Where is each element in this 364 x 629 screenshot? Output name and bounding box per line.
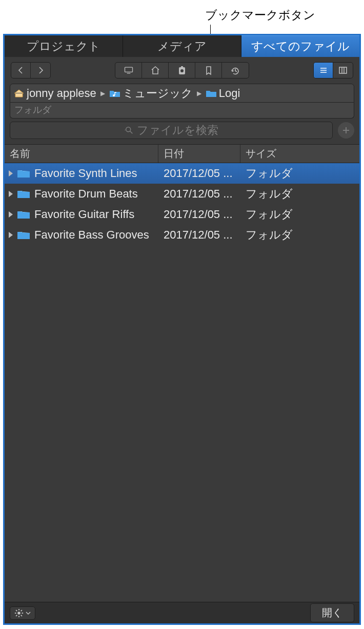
toolbar xyxy=(5,57,359,83)
table-header: 名前 日付 サイズ xyxy=(5,144,359,163)
row-name: Favorite Bass Grooves xyxy=(34,228,149,242)
callout-label: ブックマークボタン xyxy=(205,7,315,23)
table-body: Favorite Synth Lines2017/12/05 ...フォルダFa… xyxy=(5,163,359,602)
plus-icon xyxy=(341,125,351,135)
list-view-button[interactable] xyxy=(314,63,333,78)
folder-icon xyxy=(17,209,30,220)
svg-line-19 xyxy=(16,610,17,611)
file-browser-window: プロジェクトメディアすべてのファイル xyxy=(3,34,361,625)
disclosure-triangle-icon[interactable] xyxy=(9,211,13,218)
view-segment xyxy=(313,62,353,78)
svg-point-14 xyxy=(17,612,20,614)
row-size: フォルダ xyxy=(240,207,359,222)
column-view-button[interactable] xyxy=(333,63,353,78)
search-icon xyxy=(125,126,134,135)
add-button[interactable] xyxy=(338,122,354,139)
row-size: フォルダ xyxy=(240,166,359,181)
disclosure-triangle-icon[interactable] xyxy=(9,170,13,176)
breadcrumb-item-1[interactable]: ミュージック xyxy=(109,86,193,101)
svg-point-2 xyxy=(180,69,184,72)
bookmark-button[interactable] xyxy=(195,63,222,78)
breadcrumb-item-0[interactable]: jonny applese xyxy=(13,87,96,100)
column-date[interactable]: 日付 xyxy=(158,145,240,163)
project-button[interactable] xyxy=(169,63,195,78)
computer-button[interactable] xyxy=(115,63,142,78)
tab-1[interactable]: メディア xyxy=(123,35,241,57)
table-row[interactable]: Favorite Synth Lines2017/12/05 ...フォルダ xyxy=(5,163,359,184)
row-date: 2017/12/05 ... xyxy=(158,187,240,201)
row-date: 2017/12/05 ... xyxy=(158,167,240,180)
bottom-bar: 開く xyxy=(5,602,359,623)
gear-icon xyxy=(14,608,24,618)
breadcrumb-item-label: ミュージック xyxy=(123,86,193,101)
search-placeholder: ファイルを検索 xyxy=(137,123,218,138)
svg-line-21 xyxy=(16,615,17,616)
column-size[interactable]: サイズ xyxy=(240,145,359,163)
row-size: フォルダ xyxy=(240,186,359,202)
row-date: 2017/12/05 ... xyxy=(158,208,240,221)
breadcrumb: jonny applese▶ミュージック▶Logi xyxy=(13,86,351,101)
breadcrumb-separator: ▶ xyxy=(197,90,201,97)
breadcrumb-separator: ▶ xyxy=(100,90,105,97)
tab-0[interactable]: プロジェクト xyxy=(5,35,123,57)
open-button[interactable]: 開く xyxy=(310,603,354,622)
row-name: Favorite Guitar Riffs xyxy=(34,208,134,221)
nav-segment xyxy=(11,62,51,78)
location-segment xyxy=(115,62,249,78)
column-name[interactable]: 名前 xyxy=(5,145,158,163)
breadcrumb-item-label: jonny applese xyxy=(27,87,96,100)
breadcrumb-item-label: Logi xyxy=(219,87,240,100)
chevron-down-icon xyxy=(26,611,31,616)
tab-2[interactable]: すべてのファイル xyxy=(241,35,359,57)
row-name: Favorite Drum Beats xyxy=(34,187,138,201)
table-row[interactable]: Favorite Drum Beats2017/12/05 ...フォルダ xyxy=(5,184,359,204)
home-button[interactable] xyxy=(142,63,169,78)
folder-icon xyxy=(17,230,30,240)
folder-icon xyxy=(17,189,30,199)
disclosure-triangle-icon[interactable] xyxy=(9,232,13,238)
row-date: 2017/12/05 ... xyxy=(158,228,240,242)
row-size: フォルダ xyxy=(240,227,359,243)
breadcrumb-bar: jonny applese▶ミュージック▶Logi xyxy=(10,84,354,103)
folder-type-label: フォルダ xyxy=(10,103,354,119)
tab-bar: プロジェクトメディアすべてのファイル xyxy=(5,35,359,57)
svg-rect-6 xyxy=(339,67,347,73)
forward-button[interactable] xyxy=(31,63,50,78)
search-input[interactable]: ファイルを検索 xyxy=(10,122,333,139)
recent-button[interactable] xyxy=(222,63,249,78)
row-name: Favorite Synth Lines xyxy=(34,167,137,180)
svg-line-11 xyxy=(130,131,132,133)
folder-icon xyxy=(17,168,30,179)
svg-point-10 xyxy=(126,127,130,132)
back-button[interactable] xyxy=(11,63,31,78)
action-menu-button[interactable] xyxy=(10,606,35,620)
breadcrumb-item-2[interactable]: Logi xyxy=(206,87,240,100)
svg-line-22 xyxy=(21,610,22,611)
table-row[interactable]: Favorite Bass Grooves2017/12/05 ...フォルダ xyxy=(5,225,359,245)
svg-rect-0 xyxy=(125,67,132,72)
svg-line-20 xyxy=(21,615,22,616)
disclosure-triangle-icon[interactable] xyxy=(9,191,13,197)
search-row: ファイルを検索 xyxy=(10,122,354,139)
table-row[interactable]: Favorite Guitar Riffs2017/12/05 ...フォルダ xyxy=(5,204,359,225)
